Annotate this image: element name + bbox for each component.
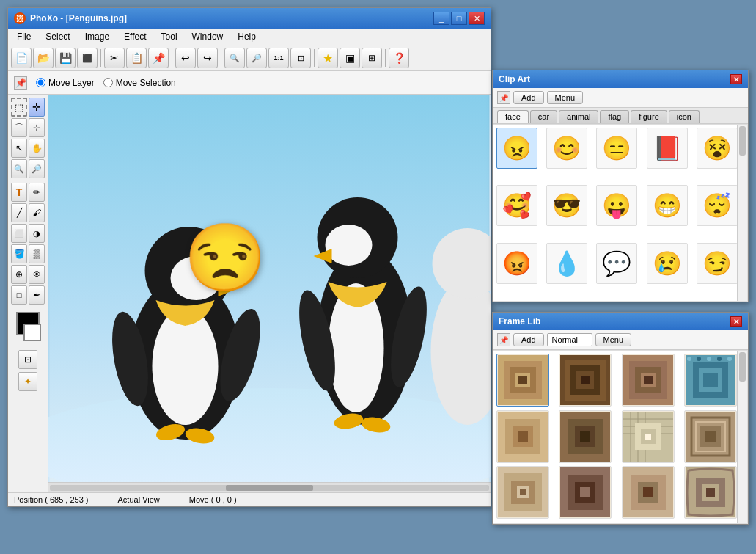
tool-zoom-tool[interactable]: 🔍 xyxy=(11,159,27,178)
clip-art-menu[interactable]: Menu xyxy=(547,91,584,104)
frame-lib-scroll-thumb[interactable] xyxy=(739,352,746,382)
menu-help[interactable]: Help xyxy=(232,30,262,43)
tool-actual[interactable]: 1:1 xyxy=(268,48,289,68)
tab-flag[interactable]: flag xyxy=(600,110,629,123)
tool-gradient-fill[interactable]: ▒ xyxy=(29,244,45,263)
tool-bucket[interactable]: 🪣 xyxy=(11,244,27,263)
tool-pen[interactable]: ✒ xyxy=(29,285,45,305)
tool-help[interactable]: ❓ xyxy=(389,48,409,68)
tab-icon[interactable]: icon xyxy=(669,110,700,123)
menu-tool[interactable]: Tool xyxy=(155,30,183,43)
canvas-image[interactable]: 😒 xyxy=(48,95,491,482)
tool-fit[interactable]: ⊡ xyxy=(290,48,311,68)
tool-save[interactable]: 💾 xyxy=(55,48,76,68)
emoji-item-5[interactable]: 🥰 xyxy=(496,185,537,226)
tab-figure[interactable]: figure xyxy=(631,110,667,123)
frame-item-3[interactable] xyxy=(684,354,737,407)
frame-item-6[interactable] xyxy=(622,410,675,463)
frame-item-5[interactable] xyxy=(559,410,612,463)
emoji-item-13[interactable]: 😢 xyxy=(647,243,688,284)
tool-scan[interactable]: ⬛ xyxy=(77,48,98,68)
background-color[interactable] xyxy=(23,324,41,341)
pin-button[interactable]: 📌 xyxy=(14,76,27,90)
clip-art-close[interactable]: ✕ xyxy=(730,74,742,84)
tool-new[interactable]: 📄 xyxy=(11,48,32,68)
frame-lib-close[interactable]: ✕ xyxy=(730,316,742,327)
frame-lib-menu[interactable]: Menu xyxy=(595,333,632,346)
emoji-item-0[interactable]: 😠 xyxy=(496,128,537,169)
tool-move[interactable]: ✛ xyxy=(29,98,45,117)
clip-art-pin[interactable]: 📌 xyxy=(497,91,510,104)
tool-cut[interactable]: ✂ xyxy=(104,48,125,68)
frame-dropdown[interactable]: Normal Soft Hard xyxy=(547,333,592,346)
frame-lib-add[interactable]: Add xyxy=(513,333,544,346)
tool-clipart[interactable]: ★ xyxy=(318,48,338,68)
tool-grid[interactable]: ⊞ xyxy=(362,48,382,68)
tool-hand[interactable]: ✋ xyxy=(29,139,45,158)
frame-item-8[interactable] xyxy=(496,466,549,519)
frame-item-2[interactable] xyxy=(622,354,675,407)
emoji-item-11[interactable]: 💧 xyxy=(546,243,587,284)
tool-zoom-in[interactable]: 🔍 xyxy=(224,48,245,68)
emoji-item-8[interactable]: 😁 xyxy=(647,185,688,226)
menu-select[interactable]: Select xyxy=(40,30,76,43)
emoji-item-7[interactable]: 😛 xyxy=(596,185,637,226)
maximize-button[interactable]: □ xyxy=(451,12,467,25)
tool-text[interactable]: T xyxy=(11,183,27,202)
tool-undo[interactable]: ↩ xyxy=(175,48,196,68)
clip-art-add[interactable]: Add xyxy=(513,91,544,104)
tool-clone[interactable]: ⊕ xyxy=(11,265,27,284)
tool-paste[interactable]: 📌 xyxy=(148,48,169,68)
frame-item-11[interactable] xyxy=(684,466,737,519)
radio-move-selection[interactable]: Move Selection xyxy=(103,78,176,88)
emoji-item-6[interactable]: 😎 xyxy=(546,185,587,226)
tool-pencil[interactable]: ✏ xyxy=(29,183,45,202)
emoji-item-3[interactable]: 📕 xyxy=(647,128,688,169)
emoji-item-10[interactable]: 😡 xyxy=(496,243,537,284)
tool-eraser[interactable]: ⬜ xyxy=(11,224,27,243)
frame-item-9[interactable] xyxy=(559,466,612,519)
tool-frame[interactable]: ▣ xyxy=(340,48,360,68)
h-scroll-thumb[interactable] xyxy=(226,485,314,491)
tool-lasso[interactable]: ⌒ xyxy=(11,118,27,137)
menu-image[interactable]: Image xyxy=(79,30,115,43)
frame-item-4[interactable] xyxy=(496,410,549,463)
tool-arrow[interactable]: ↖ xyxy=(11,139,27,158)
menu-file[interactable]: File xyxy=(11,30,37,43)
tool-redo[interactable]: ↪ xyxy=(197,48,218,68)
emoji-item-1[interactable]: 😊 xyxy=(546,128,587,169)
tool-star-warp[interactable]: ✦ xyxy=(18,372,37,391)
tool-brush[interactable]: 🖌 xyxy=(29,203,45,222)
tool-hd[interactable]: ◑ xyxy=(29,224,45,243)
emoji-item-12[interactable]: 💬 xyxy=(596,243,637,284)
h-scrollbar[interactable] xyxy=(48,482,491,492)
emoji-item-14[interactable]: 😏 xyxy=(697,243,738,284)
tool-select-rect[interactable]: ⬚ xyxy=(11,98,27,117)
menu-window[interactable]: Window xyxy=(186,30,230,43)
tool-brush-line[interactable]: ╱ xyxy=(11,203,27,222)
tab-car[interactable]: car xyxy=(530,110,557,123)
frame-lib-scrollbar[interactable] xyxy=(737,351,747,523)
radio-move-layer[interactable]: Move Layer xyxy=(36,78,95,88)
tab-face[interactable]: face xyxy=(497,110,529,123)
emoji-item-2[interactable]: 😑 xyxy=(596,128,637,169)
frame-item-10[interactable] xyxy=(622,466,675,519)
tool-copy[interactable]: 📋 xyxy=(126,48,147,68)
close-button[interactable]: ✕ xyxy=(469,12,485,25)
tool-zoom-out[interactable]: 🔎 xyxy=(246,48,267,68)
frame-item-1[interactable] xyxy=(559,354,612,407)
tool-redeye[interactable]: 👁 xyxy=(29,265,45,284)
frame-item-7[interactable] xyxy=(684,410,737,463)
minimize-button[interactable]: _ xyxy=(433,12,449,25)
emoji-item-4[interactable]: 😵 xyxy=(697,128,738,169)
frame-item-0[interactable] xyxy=(496,354,549,407)
tab-animal[interactable]: animal xyxy=(559,110,598,123)
frame-lib-pin[interactable]: 📌 xyxy=(497,333,510,346)
emoji-item-9[interactable]: 😴 xyxy=(697,185,738,226)
tool-zoom-out-tool[interactable]: 🔎 xyxy=(29,159,45,178)
menu-effect[interactable]: Effect xyxy=(118,30,152,43)
clip-art-scrollbar[interactable] xyxy=(737,125,747,301)
tool-shape[interactable]: □ xyxy=(11,285,27,305)
tool-wand[interactable]: ⊹ xyxy=(29,118,45,137)
tool-transform[interactable]: ⊡ xyxy=(18,350,37,369)
